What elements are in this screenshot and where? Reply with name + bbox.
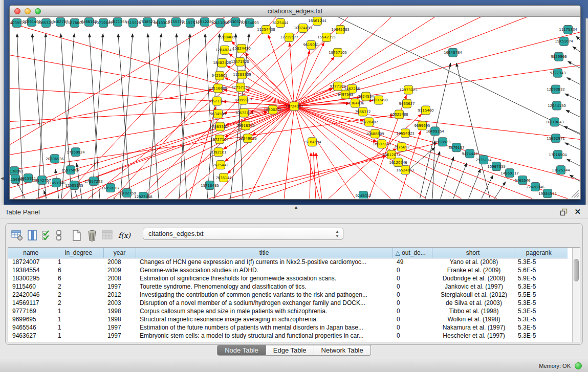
table-row[interactable]: 969969511998Structural magnetic resonanc… — [8, 315, 568, 323]
column-header-pagerank[interactable]: pagerank — [514, 248, 563, 258]
table-row[interactable]: 946554611997Estimation of the future num… — [8, 323, 568, 332]
cells-icon[interactable] — [53, 228, 65, 243]
memory-status-label: Memory: OK — [539, 363, 571, 369]
graph-edge — [10, 23, 294, 106]
table-row[interactable]: 2242004622012Investigating the contribut… — [8, 291, 568, 299]
tab-node-table[interactable]: Node Table — [217, 345, 266, 356]
graph-node-label: 14671355 — [108, 20, 127, 24]
table-row[interactable]: 1938455462009Genome-wide association stu… — [8, 266, 568, 274]
graph-node-label: 7863301 — [212, 125, 228, 129]
table-cell: 22420046 — [8, 291, 54, 299]
close-panel-icon[interactable]: ✕ — [574, 207, 581, 216]
table-cell: 1 — [54, 258, 103, 266]
graph-node-label: 8392101 — [210, 150, 226, 155]
table-cell: Disruption of a novel member of a sodium… — [136, 299, 393, 307]
column-header-year[interactable]: year — [103, 248, 136, 258]
graph-node-label: 15720407 — [360, 120, 378, 124]
table-cell: 5.6E-5 — [514, 266, 563, 274]
table-cell: 0 — [393, 332, 432, 340]
table-cell: 9463627 — [8, 332, 54, 340]
graph-node-label: 8125444 — [272, 21, 289, 25]
graph-edge — [118, 34, 130, 199]
column-header-title[interactable]: title — [136, 248, 393, 258]
graph-edge — [245, 53, 294, 106]
graph-node-label: 9425905 — [211, 74, 227, 78]
table-cell: 0 — [393, 266, 432, 274]
out-degree-label: out_de... — [402, 249, 426, 256]
graph-node-label: 7625442 — [212, 163, 228, 167]
graph-node-label: 16524851 — [396, 168, 415, 172]
graph-node-label: 12444150 — [548, 104, 566, 108]
network-canvas[interactable]: 2403557420691406108532579462787152766026… — [10, 17, 580, 199]
table-cell: 18300295 — [8, 274, 54, 282]
graph-node-label: 10807498 — [369, 98, 388, 102]
graph-node-label: 18757105 — [329, 51, 347, 55]
scrollbar-thumb[interactable] — [574, 259, 579, 281]
graph-edge — [226, 106, 294, 125]
graph-edge — [565, 94, 580, 100]
graph-node-label: 18807240 — [373, 142, 391, 146]
table-cell: Estimation of the future numbers of pati… — [136, 323, 393, 332]
graph-edge — [284, 106, 294, 199]
resize-grip-icon[interactable] — [572, 190, 579, 198]
table-cell: Tibbo et al. (1998) — [432, 307, 514, 315]
table-row[interactable]: 911546021997Tourette syndrome. Phenomeno… — [8, 282, 568, 291]
graph-node-label: 10411066 — [211, 21, 229, 25]
table-cell: Wolkin et al. (1998) — [432, 315, 514, 323]
table-cell: Genome-wide association studies in ADHD. — [136, 266, 393, 274]
function-builder-icon[interactable]: f(x) — [118, 228, 130, 243]
table-row[interactable]: 946362711997Embryonic stem cells: a mode… — [8, 332, 568, 340]
graph-node-label: 38671311 — [208, 99, 226, 103]
panel-collapse-arrow-icon[interactable]: ◀ — [1, 176, 4, 181]
table-scrollbar[interactable] — [572, 248, 580, 342]
window-titlebar[interactable]: citations_edges.txt — [10, 6, 580, 17]
graph-node-label: 9227343 — [550, 71, 565, 75]
graph-edge — [92, 34, 103, 199]
graph-node-label: 15975887 — [61, 168, 80, 172]
table-cell: 6 — [54, 274, 103, 282]
table-cell: 1997 — [103, 282, 136, 291]
checklist-icon[interactable] — [40, 228, 53, 243]
table-cell: 5.3E-5 — [514, 315, 563, 323]
table-row[interactable]: 1830029562008Estimation of significance … — [8, 274, 568, 282]
table-row[interactable]: 1872400712008Changes of HCN gene express… — [8, 258, 568, 266]
memory-ok-indicator[interactable] — [575, 362, 582, 369]
graph-node-label: 10688609 — [366, 132, 384, 136]
table-selector[interactable]: citations_edges.txt ▲▼ — [143, 228, 343, 240]
column-header-name[interactable]: name — [8, 248, 54, 258]
table-row[interactable]: 1456911722003Disruption of a novel membe… — [8, 299, 568, 307]
table-panel-header: ▲ Table Panel ✕ — [0, 205, 588, 219]
table-cell: 0 — [393, 291, 432, 299]
delete-icon[interactable] — [84, 228, 100, 243]
table-cell: 2 — [54, 299, 103, 307]
new-column-icon[interactable] — [69, 228, 84, 243]
table-cell: 18724007 — [8, 258, 54, 266]
graph-node-label: 7975692 — [394, 145, 409, 149]
graph-edge — [148, 34, 159, 199]
table-tabs: Node Table Edge Table Network Table — [0, 345, 588, 356]
graph-edge — [565, 143, 580, 149]
table-settings-icon[interactable] — [10, 228, 25, 243]
graph-node-label: 11254438 — [257, 28, 275, 32]
column-header-out-degree[interactable]: △ out_de... — [393, 248, 432, 258]
tab-edge-table[interactable]: Edge Table — [266, 345, 314, 356]
table-cell: 1997 — [103, 323, 136, 332]
table-cell: Corpus callosum shape and size in male p… — [136, 307, 393, 315]
tab-network-table[interactable]: Network Table — [314, 345, 371, 356]
float-panel-icon[interactable] — [560, 208, 568, 216]
graph-edge — [294, 106, 320, 199]
splitter-handle-icon[interactable]: ▲ — [294, 205, 298, 210]
graph-edge — [564, 126, 580, 134]
graph-edge — [481, 176, 493, 199]
column-header-in-degree[interactable]: in_degree — [54, 248, 103, 258]
combo-stepper-icon: ▲▼ — [335, 229, 339, 238]
graph-node-label: 15824450 — [232, 47, 251, 51]
table-row[interactable]: 977716911998Corpus callosum shape and si… — [8, 307, 568, 315]
window-title: citations_edges.txt — [10, 7, 580, 15]
column-header-short[interactable]: short — [432, 248, 514, 258]
table-cell: 2 — [54, 282, 103, 291]
graph-node-label: 11175334 — [559, 28, 577, 32]
table-columns-icon[interactable] — [25, 228, 40, 243]
sort-ascending-icon: △ — [396, 249, 400, 256]
graph-node-label: 9699695 — [414, 124, 430, 128]
